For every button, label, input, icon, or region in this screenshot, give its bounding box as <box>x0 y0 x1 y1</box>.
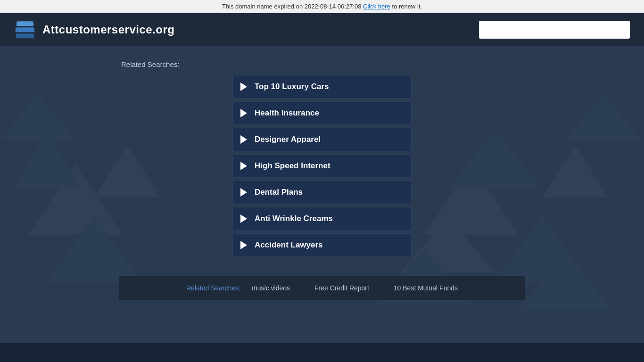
list-item[interactable]: Health Insurance <box>232 101 412 125</box>
item-label: Anti Wrinkle Creams <box>255 214 333 223</box>
play-icon <box>240 162 247 170</box>
content-wrapper: Related Searches: Top 10 Luxury Cars Hea… <box>110 46 534 300</box>
list-item[interactable]: High Speed Internet <box>232 154 412 178</box>
logo-icon <box>14 19 36 41</box>
list-item[interactable]: Accident Lawyers <box>232 233 412 257</box>
logo-layer-3 <box>16 33 34 38</box>
site-title: Attcustomerservice.org <box>42 23 174 36</box>
bottom-link[interactable]: music videos <box>252 284 290 292</box>
related-searches-label: Related Searches: <box>119 60 525 68</box>
logo-layer-2 <box>15 27 34 32</box>
search-input[interactable] <box>479 21 630 39</box>
play-icon <box>240 188 247 197</box>
bottom-link[interactable]: Free Credit Report <box>314 284 369 292</box>
play-icon <box>240 241 247 249</box>
item-label: Top 10 Luxury Cars <box>255 82 329 91</box>
header: Attcustomerservice.org <box>0 13 644 46</box>
search-items-list: Top 10 Luxury Cars Health Insurance Desi… <box>232 75 412 257</box>
renew-suffix: to renew it. <box>392 3 422 10</box>
bottom-bar: Related Searches: music videos · Free Cr… <box>119 276 525 300</box>
item-label: Dental Plans <box>255 188 303 197</box>
item-label: Health Insurance <box>255 108 319 118</box>
list-item[interactable]: Top 10 Luxury Cars <box>232 75 412 99</box>
svg-marker-1 <box>14 131 80 188</box>
play-icon <box>240 214 247 223</box>
item-label: Designer Apparel <box>255 135 321 144</box>
notification-text: This domain name expired on 2022-08-14 0… <box>222 3 362 10</box>
notification-bar: This domain name expired on 2022-08-14 0… <box>0 0 644 13</box>
renew-link[interactable]: Click here <box>363 3 390 10</box>
svg-marker-8 <box>542 145 608 197</box>
bottom-separator: · <box>380 284 382 292</box>
play-icon <box>240 109 247 117</box>
bottom-link[interactable]: 10 Best Mutual Funds <box>394 284 458 292</box>
item-label: Accident Lawyers <box>255 240 323 250</box>
bottom-related-label: Related Searches: <box>186 284 240 292</box>
play-icon <box>240 135 247 144</box>
list-item[interactable]: Dental Plans <box>232 181 412 204</box>
list-item[interactable]: Anti Wrinkle Creams <box>232 207 412 230</box>
item-label: High Speed Internet <box>255 161 330 171</box>
logo-layer-1 <box>16 21 33 26</box>
bottom-separator: · <box>301 284 303 292</box>
svg-marker-0 <box>28 164 123 235</box>
svg-marker-9 <box>566 93 641 140</box>
svg-marker-4 <box>0 93 75 140</box>
list-item[interactable]: Designer Apparel <box>232 128 412 151</box>
header-left: Attcustomerservice.org <box>14 19 174 41</box>
main-content: Related Searches: Top 10 Luxury Cars Hea… <box>0 46 644 343</box>
play-icon <box>240 82 247 91</box>
